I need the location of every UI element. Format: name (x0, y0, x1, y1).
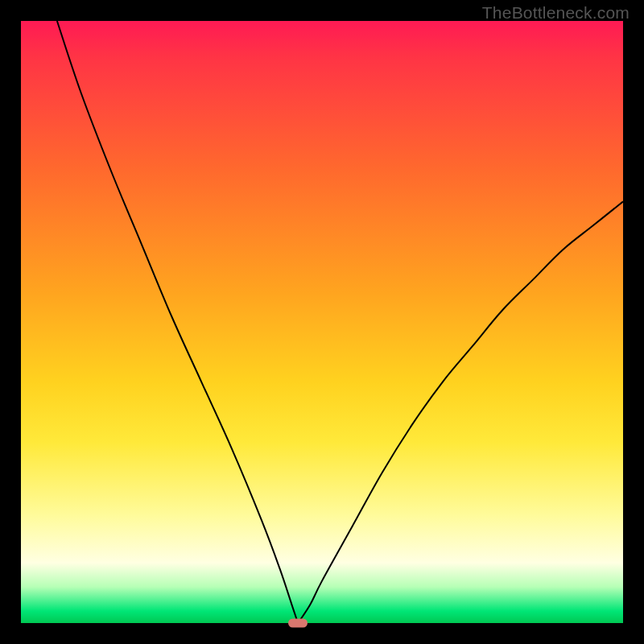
minimum-marker (288, 619, 308, 628)
plot-area (21, 21, 623, 623)
chart-frame: TheBottleneck.com (0, 0, 644, 644)
bottleneck-curve (21, 21, 623, 623)
watermark-text: TheBottleneck.com (482, 3, 630, 23)
curve-right-branch (298, 201, 623, 623)
curve-left-branch (57, 21, 298, 623)
